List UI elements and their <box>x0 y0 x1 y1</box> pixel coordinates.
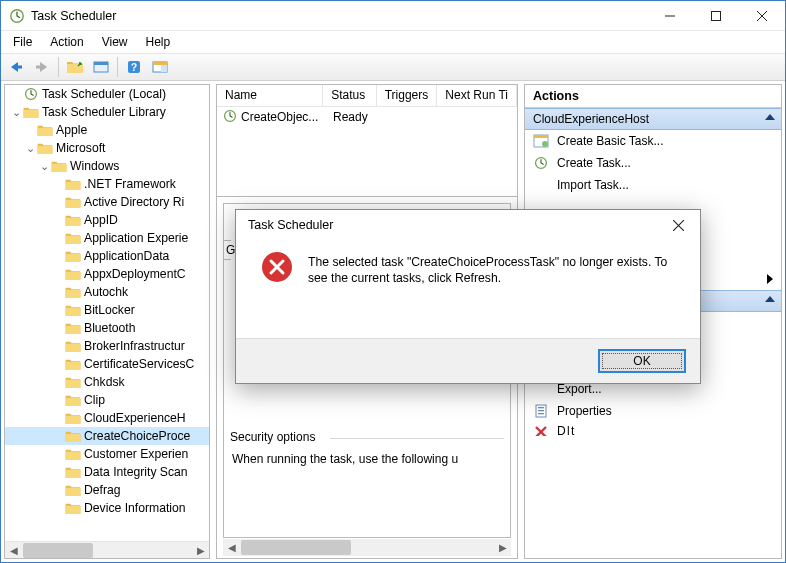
task-status: Ready <box>327 108 382 126</box>
tree-item-label: AppID <box>84 213 118 227</box>
tree-item-label: Task Scheduler Library <box>42 105 166 119</box>
tree-item-device-information[interactable]: Device Information <box>5 499 209 517</box>
dialog-title: Task Scheduler <box>248 218 333 232</box>
tree-library[interactable]: ⌄Task Scheduler Library <box>5 103 209 121</box>
folder-icon <box>65 501 81 515</box>
tree-item-label: Apple <box>56 123 87 137</box>
tree-item-createchoiceproce[interactable]: CreateChoiceProce <box>5 427 209 445</box>
menu-action[interactable]: Action <box>42 33 91 51</box>
action-import-task-label: Import Task... <box>557 178 629 192</box>
task-list: Name Status Triggers Next Run Ti CreateO… <box>217 85 517 197</box>
tree-item-active-directory-ri[interactable]: Active Directory Ri <box>5 193 209 211</box>
svg-rect-1 <box>712 11 721 20</box>
expand-icon[interactable]: ⌄ <box>37 160 51 173</box>
col-nextrun[interactable]: Next Run Ti <box>437 85 517 106</box>
svg-rect-10 <box>161 65 167 72</box>
folder-icon <box>65 357 81 371</box>
svg-rect-2 <box>16 66 22 69</box>
expand-icon[interactable]: ⌄ <box>9 106 23 119</box>
dialog-close-button[interactable] <box>656 211 700 239</box>
collapse-up-icon <box>765 114 775 120</box>
up-button[interactable] <box>63 55 87 79</box>
tab-general-stub[interactable]: G <box>223 240 231 260</box>
right-arrow-icon <box>767 274 773 284</box>
tree-item-customer-experien[interactable]: Customer Experien <box>5 445 209 463</box>
tree-item-windows[interactable]: ⌄Windows <box>5 157 209 175</box>
folder-icon <box>65 285 81 299</box>
tree-item-applicationdata[interactable]: ApplicationData <box>5 247 209 265</box>
minimize-button[interactable] <box>647 1 693 31</box>
tree-item-application-experie[interactable]: Application Experie <box>5 229 209 247</box>
close-button[interactable] <box>739 1 785 31</box>
folder-icon <box>65 411 81 425</box>
dialog-ok-button[interactable]: OK <box>598 349 686 373</box>
clock-icon <box>223 109 237 126</box>
back-button[interactable] <box>4 55 28 79</box>
folder-icon <box>65 447 81 461</box>
svg-rect-17 <box>538 407 544 408</box>
tree-item-bluetooth[interactable]: Bluetooth <box>5 319 209 337</box>
folder-icon <box>65 213 81 227</box>
folder-icon <box>65 303 81 317</box>
action-delete[interactable]: D l t <box>525 422 781 436</box>
svg-rect-18 <box>538 410 544 411</box>
maximize-button[interactable] <box>693 1 739 31</box>
tree-item-appid[interactable]: AppID <box>5 211 209 229</box>
tree-item-cloudexperienceh[interactable]: CloudExperienceH <box>5 409 209 427</box>
window-title: Task Scheduler <box>31 9 116 23</box>
action-import-task[interactable]: Import Task... <box>525 174 781 196</box>
col-status[interactable]: Status <box>323 85 376 106</box>
svg-rect-5 <box>94 62 108 65</box>
tree-item-clip[interactable]: Clip <box>5 391 209 409</box>
folder-icon <box>65 393 81 407</box>
tree-item-appxdeploymentc[interactable]: AppxDeploymentC <box>5 265 209 283</box>
task-icon <box>533 155 549 171</box>
tree-item-chkdsk[interactable]: Chkdsk <box>5 373 209 391</box>
tree-item-label: Bluetooth <box>84 321 136 335</box>
list-header: Name Status Triggers Next Run Ti <box>217 85 517 107</box>
tree-item-bitlocker[interactable]: BitLocker <box>5 301 209 319</box>
tree-body[interactable]: Task Scheduler (Local)⌄Task Scheduler Li… <box>5 85 209 541</box>
folder-icon <box>51 159 67 173</box>
tree-item-label: BrokerInfrastructur <box>84 339 185 353</box>
menu-help[interactable]: Help <box>138 33 179 51</box>
tree-hscrollbar[interactable]: ◀ ▶ <box>5 541 209 558</box>
actions-group-context[interactable]: CloudExperienceHost <box>525 108 781 130</box>
folder-icon <box>65 267 81 281</box>
tree-item-microsoft[interactable]: ⌄Microsoft <box>5 139 209 157</box>
tree-item-data-integrity-scan[interactable]: Data Integrity Scan <box>5 463 209 481</box>
details-hscrollbar[interactable]: ◀ ▶ <box>223 539 511 556</box>
task-row[interactable]: CreateObjec... Ready <box>217 107 517 127</box>
tree-root[interactable]: Task Scheduler (Local) <box>5 85 209 103</box>
panel-button[interactable] <box>148 55 172 79</box>
menubar: File Action View Help <box>1 31 785 53</box>
expand-icon[interactable]: ⌄ <box>23 142 37 155</box>
tree-item-certificateservicesc[interactable]: CertificateServicesC <box>5 355 209 373</box>
action-properties[interactable]: Properties <box>525 400 781 422</box>
folder-icon <box>23 105 39 119</box>
menu-view[interactable]: View <box>94 33 136 51</box>
view-button[interactable] <box>89 55 113 79</box>
tree-item-defrag[interactable]: Defrag <box>5 481 209 499</box>
error-icon <box>260 250 294 284</box>
menu-file[interactable]: File <box>5 33 40 51</box>
app-icon <box>9 8 25 24</box>
forward-button[interactable] <box>30 55 54 79</box>
svg-point-13 <box>542 141 548 147</box>
tree-item-label: Clip <box>84 393 105 407</box>
svg-rect-3 <box>36 66 42 69</box>
task-name: CreateObjec... <box>241 110 318 124</box>
action-create-task[interactable]: Create Task... <box>525 152 781 174</box>
tree-item-label: Chkdsk <box>84 375 125 389</box>
help-button[interactable]: ? <box>122 55 146 79</box>
action-create-basic-task[interactable]: Create Basic Task... <box>525 130 781 152</box>
col-triggers[interactable]: Triggers <box>377 85 438 106</box>
collapse-up-icon <box>765 296 775 302</box>
col-name[interactable]: Name <box>217 85 323 106</box>
tree-item--net-framework[interactable]: .NET Framework <box>5 175 209 193</box>
tree-item-apple[interactable]: Apple <box>5 121 209 139</box>
blank-icon <box>533 177 549 193</box>
tree-item-brokerinfrastructur[interactable]: BrokerInfrastructur <box>5 337 209 355</box>
properties-icon <box>533 403 549 419</box>
tree-item-autochk[interactable]: Autochk <box>5 283 209 301</box>
